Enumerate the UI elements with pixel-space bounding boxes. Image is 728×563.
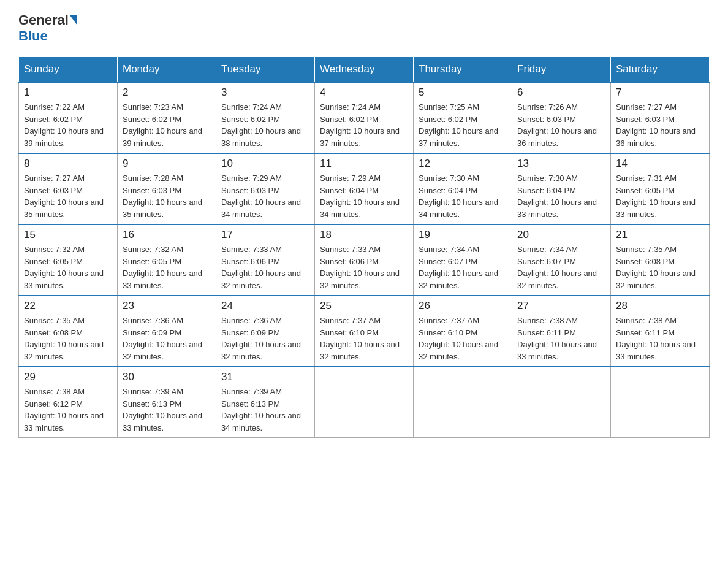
day-info: Sunrise: 7:39 AMSunset: 6:13 PMDaylight:… (123, 386, 211, 434)
day-info: Sunrise: 7:33 AMSunset: 6:06 PMDaylight:… (221, 243, 309, 291)
day-number: 17 (221, 229, 309, 241)
day-number: 18 (320, 229, 408, 241)
table-cell: 15Sunrise: 7:32 AMSunset: 6:05 PMDayligh… (19, 224, 118, 296)
calendar-week-4: 22Sunrise: 7:35 AMSunset: 6:08 PMDayligh… (19, 296, 710, 367)
table-cell: 22Sunrise: 7:35 AMSunset: 6:08 PMDayligh… (19, 296, 118, 367)
table-cell (512, 367, 611, 438)
day-info: Sunrise: 7:24 AMSunset: 6:02 PMDaylight:… (320, 101, 408, 149)
page-header: General Blue (18, 12, 710, 44)
table-cell: 9Sunrise: 7:28 AMSunset: 6:03 PMDaylight… (118, 153, 216, 224)
table-cell: 24Sunrise: 7:36 AMSunset: 6:09 PMDayligh… (216, 296, 315, 367)
table-cell: 25Sunrise: 7:37 AMSunset: 6:10 PMDayligh… (315, 296, 414, 367)
day-info: Sunrise: 7:33 AMSunset: 6:06 PMDaylight:… (320, 243, 408, 291)
day-number: 4 (320, 86, 408, 99)
day-number: 25 (320, 300, 408, 312)
day-number: 13 (517, 158, 605, 170)
day-number: 20 (517, 229, 605, 241)
day-number: 14 (616, 158, 704, 170)
table-cell: 27Sunrise: 7:38 AMSunset: 6:11 PMDayligh… (512, 296, 611, 367)
calendar-header-row: SundayMondayTuesdayWednesdayThursdayFrid… (19, 57, 710, 83)
header-sunday: Sunday (19, 57, 118, 83)
day-number: 12 (419, 158, 507, 170)
day-info: Sunrise: 7:28 AMSunset: 6:03 PMDaylight:… (123, 172, 211, 220)
header-thursday: Thursday (414, 57, 512, 83)
calendar-week-1: 1Sunrise: 7:22 AMSunset: 6:02 PMDaylight… (19, 82, 710, 153)
table-cell: 10Sunrise: 7:29 AMSunset: 6:03 PMDayligh… (216, 153, 315, 224)
day-number: 2 (123, 86, 211, 99)
day-info: Sunrise: 7:31 AMSunset: 6:05 PMDaylight:… (616, 172, 704, 220)
day-number: 6 (517, 86, 605, 99)
table-cell (611, 367, 710, 438)
logo-general-text: General (18, 12, 69, 28)
day-number: 30 (123, 371, 211, 383)
calendar-table: SundayMondayTuesdayWednesdayThursdayFrid… (18, 56, 710, 438)
day-number: 23 (123, 300, 211, 312)
day-info: Sunrise: 7:30 AMSunset: 6:04 PMDaylight:… (517, 172, 605, 220)
day-info: Sunrise: 7:38 AMSunset: 6:12 PMDaylight:… (24, 386, 112, 434)
table-cell: 23Sunrise: 7:36 AMSunset: 6:09 PMDayligh… (118, 296, 216, 367)
day-number: 22 (24, 300, 112, 312)
table-cell: 30Sunrise: 7:39 AMSunset: 6:13 PMDayligh… (118, 367, 216, 438)
day-info: Sunrise: 7:35 AMSunset: 6:08 PMDaylight:… (616, 243, 704, 291)
day-number: 16 (123, 229, 211, 241)
day-info: Sunrise: 7:23 AMSunset: 6:02 PMDaylight:… (123, 101, 211, 149)
day-info: Sunrise: 7:25 AMSunset: 6:02 PMDaylight:… (419, 101, 507, 149)
day-number: 11 (320, 158, 408, 170)
table-cell: 19Sunrise: 7:34 AMSunset: 6:07 PMDayligh… (414, 224, 512, 296)
day-info: Sunrise: 7:32 AMSunset: 6:05 PMDaylight:… (24, 243, 112, 291)
table-cell: 20Sunrise: 7:34 AMSunset: 6:07 PMDayligh… (512, 224, 611, 296)
calendar-week-2: 8Sunrise: 7:27 AMSunset: 6:03 PMDaylight… (19, 153, 710, 224)
day-info: Sunrise: 7:32 AMSunset: 6:05 PMDaylight:… (123, 243, 211, 291)
calendar-week-3: 15Sunrise: 7:32 AMSunset: 6:05 PMDayligh… (19, 224, 710, 296)
table-cell: 11Sunrise: 7:29 AMSunset: 6:04 PMDayligh… (315, 153, 414, 224)
table-cell: 12Sunrise: 7:30 AMSunset: 6:04 PMDayligh… (414, 153, 512, 224)
table-cell: 4Sunrise: 7:24 AMSunset: 6:02 PMDaylight… (315, 82, 414, 153)
day-number: 19 (419, 229, 507, 241)
day-info: Sunrise: 7:38 AMSunset: 6:11 PMDaylight:… (616, 315, 704, 362)
table-cell: 31Sunrise: 7:39 AMSunset: 6:13 PMDayligh… (216, 367, 315, 438)
day-number: 27 (517, 300, 605, 312)
table-cell: 8Sunrise: 7:27 AMSunset: 6:03 PMDaylight… (19, 153, 118, 224)
day-info: Sunrise: 7:24 AMSunset: 6:02 PMDaylight:… (221, 101, 309, 149)
day-number: 1 (24, 86, 112, 99)
header-wednesday: Wednesday (315, 57, 414, 83)
day-number: 5 (419, 86, 507, 99)
calendar-week-5: 29Sunrise: 7:38 AMSunset: 6:12 PMDayligh… (19, 367, 710, 438)
table-cell: 14Sunrise: 7:31 AMSunset: 6:05 PMDayligh… (611, 153, 710, 224)
day-number: 31 (221, 371, 309, 383)
day-number: 21 (616, 229, 704, 241)
day-number: 26 (419, 300, 507, 312)
header-tuesday: Tuesday (216, 57, 315, 83)
day-info: Sunrise: 7:36 AMSunset: 6:09 PMDaylight:… (221, 315, 309, 362)
table-cell: 16Sunrise: 7:32 AMSunset: 6:05 PMDayligh… (118, 224, 216, 296)
table-cell (315, 367, 414, 438)
table-cell: 17Sunrise: 7:33 AMSunset: 6:06 PMDayligh… (216, 224, 315, 296)
table-cell: 21Sunrise: 7:35 AMSunset: 6:08 PMDayligh… (611, 224, 710, 296)
table-cell: 6Sunrise: 7:26 AMSunset: 6:03 PMDaylight… (512, 82, 611, 153)
day-info: Sunrise: 7:30 AMSunset: 6:04 PMDaylight:… (419, 172, 507, 220)
day-info: Sunrise: 7:29 AMSunset: 6:03 PMDaylight:… (221, 172, 309, 220)
header-friday: Friday (512, 57, 611, 83)
day-number: 8 (24, 158, 112, 170)
logo-arrow-icon (70, 15, 77, 25)
day-number: 10 (221, 158, 309, 170)
day-info: Sunrise: 7:36 AMSunset: 6:09 PMDaylight:… (123, 315, 211, 362)
table-cell: 28Sunrise: 7:38 AMSunset: 6:11 PMDayligh… (611, 296, 710, 367)
day-info: Sunrise: 7:39 AMSunset: 6:13 PMDaylight:… (221, 386, 309, 434)
table-cell: 26Sunrise: 7:37 AMSunset: 6:10 PMDayligh… (414, 296, 512, 367)
table-cell (414, 367, 512, 438)
table-cell: 13Sunrise: 7:30 AMSunset: 6:04 PMDayligh… (512, 153, 611, 224)
table-cell: 18Sunrise: 7:33 AMSunset: 6:06 PMDayligh… (315, 224, 414, 296)
day-number: 24 (221, 300, 309, 312)
day-number: 28 (616, 300, 704, 312)
day-info: Sunrise: 7:34 AMSunset: 6:07 PMDaylight:… (419, 243, 507, 291)
logo: General Blue (18, 12, 78, 44)
table-cell: 29Sunrise: 7:38 AMSunset: 6:12 PMDayligh… (19, 367, 118, 438)
day-info: Sunrise: 7:27 AMSunset: 6:03 PMDaylight:… (24, 172, 112, 220)
logo-blue-text: Blue (18, 28, 48, 44)
header-monday: Monday (118, 57, 216, 83)
day-info: Sunrise: 7:27 AMSunset: 6:03 PMDaylight:… (616, 101, 704, 149)
day-number: 9 (123, 158, 211, 170)
table-cell: 2Sunrise: 7:23 AMSunset: 6:02 PMDaylight… (118, 82, 216, 153)
day-info: Sunrise: 7:35 AMSunset: 6:08 PMDaylight:… (24, 315, 112, 362)
